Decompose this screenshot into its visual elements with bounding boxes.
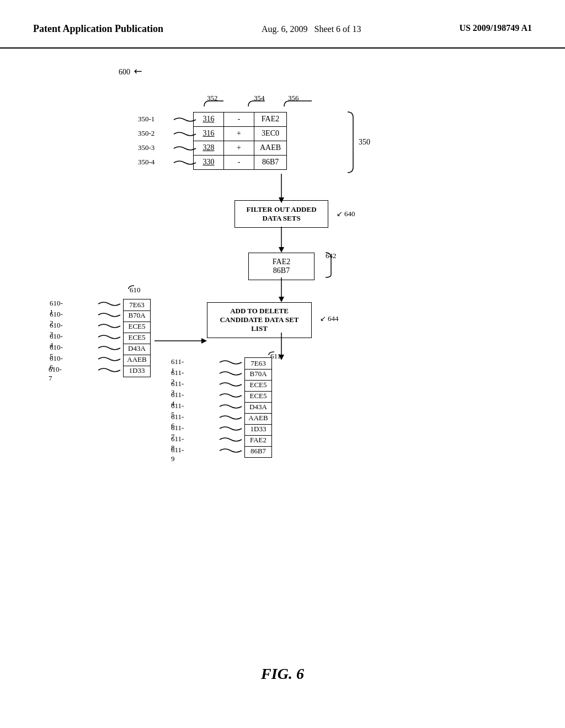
table-row: 330 - 86B7 — [194, 155, 287, 169]
ref-644: ↙644 — [320, 314, 339, 323]
table-cell: 316 — [194, 126, 224, 141]
row-label-350-2: 350-2 — [138, 129, 154, 138]
table-cell: AAEB — [254, 141, 287, 155]
list-610-cell-4: ECE5 — [123, 332, 151, 344]
table-cell: + — [224, 141, 254, 155]
list-610-row-7-label: 610-7 — [49, 365, 62, 383]
add-delete-box: ADD TO DELETECANDIDATE DATA SETLIST — [207, 302, 312, 338]
table-row: 316 - FAE2 — [194, 112, 287, 126]
ref-352: 352 — [207, 94, 218, 103]
table-row: 328 + AAEB — [194, 141, 287, 155]
ref-350: 350 — [359, 138, 370, 147]
main-content: 600 ↙ 352 354 356 316 - FAE2 316 — [0, 49, 565, 705]
list-611-cell-7: 1D33 — [244, 424, 272, 436]
ref-354: 354 — [254, 94, 265, 103]
box-642-item: 86B7 — [273, 266, 290, 275]
publication-title: Patent Application Publication — [33, 22, 163, 36]
svg-marker-3 — [279, 247, 284, 253]
box-642-item: FAE2 — [273, 258, 290, 266]
patent-number: US 2009/198749 A1 — [459, 22, 532, 34]
table-cell: - — [224, 112, 254, 126]
table-cell: 3EC0 — [254, 126, 287, 141]
svg-marker-5 — [279, 297, 284, 302]
list-611-cell-9: 86B7 — [244, 446, 272, 458]
ref-356: 356 — [288, 94, 299, 103]
ref-640: ↙640 — [337, 210, 355, 218]
list-610-cell-7: 1D33 — [123, 365, 151, 377]
list-610-cell-5: D43A — [123, 343, 151, 355]
table-cell: 328 — [194, 141, 224, 155]
row-label-350-1: 350-1 — [138, 115, 154, 124]
row-label-350-4: 350-4 — [138, 158, 154, 167]
box-642: FAE2 86B7 — [248, 253, 315, 280]
list-610-cell-2: B70A — [123, 310, 151, 322]
figure-label: FIG. 6 — [261, 665, 304, 683]
list-611-cell-5: D43A — [244, 402, 272, 414]
diagram-600-label: 600 ↙ — [119, 65, 141, 77]
ref-642: 642 — [326, 251, 337, 260]
list-611-cell-8: FAE2 — [244, 435, 272, 447]
header-sheet: Sheet 6 of 13 — [315, 24, 361, 34]
row-label-350-3: 350-3 — [138, 143, 154, 152]
page-header: Patent Application Publication Aug. 6, 2… — [0, 0, 565, 49]
filter-box: FILTER OUT ADDEDDATA SETS — [234, 200, 328, 228]
table-cell: FAE2 — [254, 112, 287, 126]
list-611-row-9-label: 611-9 — [171, 446, 184, 463]
list-610-cell-3: ECE5 — [123, 321, 151, 333]
table-row: 316 + 3EC0 — [194, 126, 287, 141]
header-date: Aug. 6, 2009 — [262, 24, 308, 34]
list-610-cell-6: AAEB — [123, 354, 151, 366]
list-610-cell-1: 7E63 — [123, 299, 151, 311]
list-611-cell-6: AAEB — [244, 413, 272, 425]
table-cell: + — [224, 126, 254, 141]
table-350: 316 - FAE2 316 + 3EC0 328 + AAEB 330 - — [193, 112, 287, 170]
ref-610-bracket-svg — [126, 285, 137, 293]
table-cell: 316 — [194, 112, 224, 126]
table-cell: 86B7 — [254, 155, 287, 169]
diagram: 600 ↙ 352 354 356 316 - FAE2 316 — [33, 60, 532, 650]
list-611-cell-4: ECE5 — [244, 390, 272, 403]
list-611-cell-1: 7E63 — [244, 357, 272, 370]
header-date-sheet: Aug. 6, 2009 Sheet 6 of 13 — [262, 22, 361, 36]
table-cell: - — [224, 155, 254, 169]
svg-marker-7 — [201, 338, 207, 344]
list-611-cell-2: B70A — [244, 368, 272, 381]
list-611-cell-3: ECE5 — [244, 379, 272, 392]
table-cell: 330 — [194, 155, 224, 169]
